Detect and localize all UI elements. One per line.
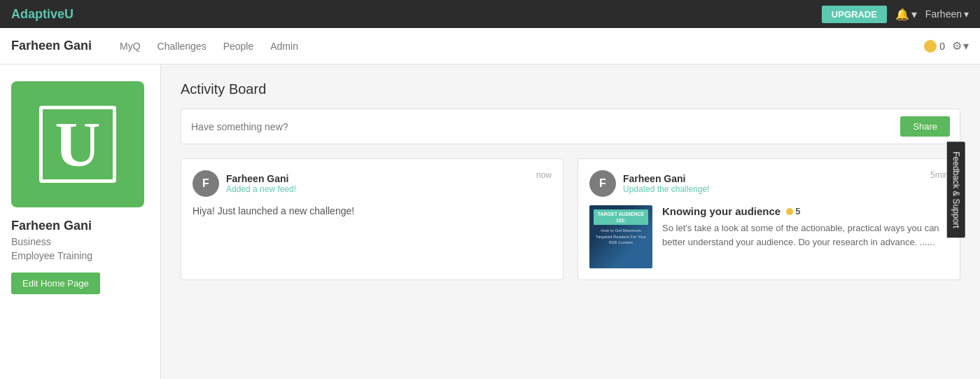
feed-cards: F Farheen Gani Added a new feed! now Hiy… bbox=[181, 158, 960, 280]
challenge-desc: So let's take a look at some of the acti… bbox=[662, 221, 948, 249]
nav-brand: Farheen Gani bbox=[11, 39, 92, 53]
post-input-wrap: Share bbox=[181, 109, 960, 144]
bell-caret: ▾ bbox=[911, 8, 917, 21]
logo-suffix: U bbox=[64, 7, 74, 21]
notifications-button[interactable]: 🔔 ▾ bbox=[895, 8, 917, 21]
bell-icon: 🔔 bbox=[895, 8, 909, 21]
logo-prefix: Adaptive bbox=[11, 7, 64, 21]
gear-icon: ⚙ bbox=[952, 39, 962, 53]
upgrade-button[interactable]: UPGRADE bbox=[822, 6, 887, 23]
feedback-tab[interactable]: Feedback & Support bbox=[946, 142, 965, 237]
feed-card-1: F Farheen Gani Added a new feed! now Hiy… bbox=[181, 158, 564, 280]
coin-count: 0 bbox=[924, 40, 945, 53]
feed-user-info-1: Farheen Gani Added a new feed! bbox=[226, 173, 536, 194]
user-menu[interactable]: Farheen ▾ bbox=[925, 8, 969, 20]
thumb-badge: TARGET AUDIENCE 101: bbox=[594, 209, 648, 225]
coin-value: 0 bbox=[939, 41, 945, 52]
logo: AdaptiveU bbox=[11, 7, 74, 22]
feed-time-1: now bbox=[536, 170, 552, 180]
challenge-thumbnail: TARGET AUDIENCE 101: How to Get Maximum … bbox=[589, 205, 652, 268]
feed-user-action-1: Added a new feed! bbox=[226, 184, 536, 194]
activity-board-title: Activity Board bbox=[181, 81, 960, 97]
feed-user-name-1: Farheen Gani bbox=[226, 173, 536, 184]
avatar-2: F bbox=[589, 170, 616, 197]
challenge-title-text: Knowing your audience bbox=[662, 205, 780, 217]
settings-button[interactable]: ⚙ ▾ bbox=[952, 39, 969, 53]
challenge-title: Knowing your audience 5 bbox=[662, 205, 948, 217]
profile-logo: U bbox=[11, 81, 144, 207]
feed-text-1: Hiya! Just launched a new challenge! bbox=[192, 205, 552, 216]
feed-user-info-2: Farheen Gani Updated the challenge! bbox=[623, 173, 930, 194]
nav-link-myq[interactable]: MyQ bbox=[120, 41, 141, 52]
secondary-nav: Farheen Gani MyQ Challenges People Admin… bbox=[0, 28, 980, 64]
profile-name: Farheen Gani bbox=[11, 219, 92, 233]
nav-link-people[interactable]: People bbox=[223, 41, 254, 52]
profile-dept: Employee Training bbox=[11, 250, 92, 261]
content-area: Activity Board Share F Farheen Gani Adde… bbox=[161, 64, 980, 379]
feed-user-name-2: Farheen Gani bbox=[623, 173, 930, 184]
score-dot bbox=[786, 208, 793, 215]
post-input[interactable] bbox=[191, 121, 900, 132]
challenge-content: TARGET AUDIENCE 101: How to Get Maximum … bbox=[589, 205, 948, 268]
feed-user-action-2: Updated the challenge! bbox=[623, 184, 930, 194]
main-layout: U Farheen Gani Business Employee Trainin… bbox=[0, 64, 980, 379]
user-caret: ▾ bbox=[964, 8, 969, 20]
profile-role: Business bbox=[11, 236, 51, 247]
challenge-meta: Knowing your audience 5 So let's take a … bbox=[662, 205, 948, 268]
feed-card-2: F Farheen Gani Updated the challenge! 5m… bbox=[578, 158, 960, 280]
feed-time-2: 5min bbox=[930, 170, 948, 180]
nav-link-admin[interactable]: Admin bbox=[270, 41, 298, 52]
top-bar-right: UPGRADE 🔔 ▾ Farheen ▾ bbox=[822, 6, 969, 23]
feed-card-2-header: F Farheen Gani Updated the challenge! 5m… bbox=[589, 170, 948, 197]
top-bar: AdaptiveU UPGRADE 🔔 ▾ Farheen ▾ bbox=[0, 0, 980, 28]
feed-card-1-header: F Farheen Gani Added a new feed! now bbox=[192, 170, 552, 197]
challenge-score: 5 bbox=[786, 206, 800, 216]
profile-logo-letter: U bbox=[39, 106, 116, 183]
edit-home-button[interactable]: Edit Home Page bbox=[11, 273, 100, 294]
nav-link-challenges[interactable]: Challenges bbox=[158, 41, 206, 52]
score-value: 5 bbox=[795, 206, 800, 216]
sidebar: U Farheen Gani Business Employee Trainin… bbox=[0, 64, 161, 379]
thumb-placeholder: TARGET AUDIENCE 101: How to Get Maximum … bbox=[589, 205, 652, 268]
avatar-1: F bbox=[192, 170, 219, 197]
share-button[interactable]: Share bbox=[900, 116, 950, 137]
coin-icon bbox=[924, 40, 937, 53]
nav-right: 0 ⚙ ▾ bbox=[924, 39, 969, 53]
thumb-sub: How to Get Maximum Targeted Readers For … bbox=[594, 228, 648, 245]
user-name: Farheen bbox=[925, 8, 962, 20]
settings-caret: ▾ bbox=[963, 39, 969, 53]
